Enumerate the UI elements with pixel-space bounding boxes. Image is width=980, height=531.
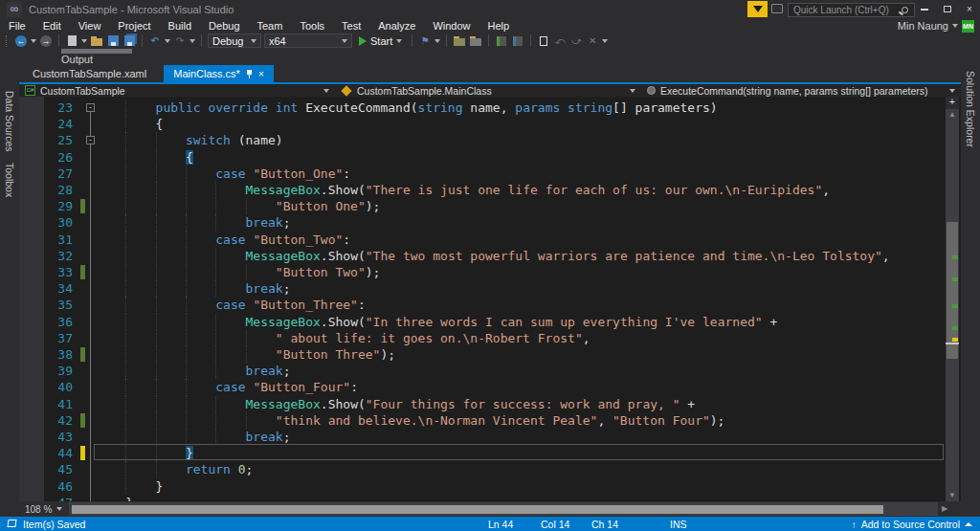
- code-line[interactable]: 39 break;: [19, 363, 961, 379]
- code-line[interactable]: 24 {: [19, 116, 961, 132]
- sidebar-tab-toolbox[interactable]: Toolbox: [4, 163, 15, 197]
- menu-item-help[interactable]: Help: [479, 20, 519, 32]
- code-line[interactable]: 27 case "Button_One":: [19, 166, 961, 182]
- menu-item-test[interactable]: Test: [333, 20, 369, 32]
- output-tab[interactable]: Output: [61, 54, 93, 65]
- tab-mainclass-cs[interactable]: MainClass.cs* ×: [164, 65, 274, 82]
- code-line[interactable]: 35 case "Button_Three":: [19, 297, 961, 313]
- code-viewport[interactable]: 23- public override int ExecuteCommand(s…: [19, 97, 961, 501]
- solution-platforms-select[interactable]: x64: [264, 33, 352, 48]
- code-line[interactable]: 36 MessageBox.Show("In three words I can…: [19, 314, 961, 330]
- menu-item-debug[interactable]: Debug: [200, 20, 248, 32]
- uncomment-icon[interactable]: [511, 34, 524, 48]
- code-line[interactable]: 43 break;: [19, 429, 961, 445]
- navigate-backward-icon[interactable]: ←: [14, 34, 28, 48]
- menu-item-tools[interactable]: Tools: [291, 20, 333, 32]
- csharp-project-icon: C#: [25, 85, 35, 96]
- vertical-scrollbar[interactable]: + ▲ ▼: [946, 97, 959, 501]
- pin-icon[interactable]: [246, 70, 253, 78]
- restore-button[interactable]: [939, 2, 956, 16]
- filter-icon[interactable]: [747, 1, 768, 17]
- code-line[interactable]: 41 MessageBox.Show("Four things for succ…: [19, 396, 961, 412]
- bookmark-icon[interactable]: [537, 34, 550, 48]
- add-to-source-control-button[interactable]: ↑ Add to Source Control: [852, 519, 972, 530]
- redo-dropdown-icon[interactable]: [189, 39, 195, 43]
- code-line[interactable]: 45 return 0;: [19, 461, 961, 477]
- navigate-forward-icon[interactable]: →: [39, 34, 53, 48]
- tab-customtabsample-xaml[interactable]: CustomTabSample.xaml: [23, 65, 156, 82]
- status-column[interactable]: Col 14: [541, 519, 569, 530]
- code-line[interactable]: 30 break;: [19, 214, 961, 231]
- menu-item-window[interactable]: Window: [424, 20, 479, 32]
- code-line[interactable]: 23- public override int ExecuteCommand(s…: [19, 100, 961, 116]
- code-line[interactable]: 42 "think and believe.\n-Norman Vincent …: [19, 412, 961, 429]
- scroll-down-icon[interactable]: ▼: [946, 490, 959, 501]
- splitter-handle[interactable]: +: [946, 97, 959, 109]
- code-line[interactable]: 34 break;: [19, 280, 961, 297]
- user-account[interactable]: Min Naung MN: [898, 19, 974, 33]
- zoom-select[interactable]: 108 %: [21, 502, 75, 516]
- code-line[interactable]: 31 case "Button_Two":: [19, 232, 961, 248]
- open-file-icon[interactable]: [90, 34, 103, 48]
- status-line[interactable]: Ln 44: [488, 519, 513, 530]
- previous-bookmark-icon[interactable]: ⤺: [553, 34, 567, 48]
- redo-icon[interactable]: ↷: [173, 34, 187, 48]
- save-all-icon[interactable]: [122, 34, 136, 48]
- menu-item-view[interactable]: View: [70, 20, 110, 32]
- feedback-icon[interactable]: [771, 4, 783, 13]
- menu-item-edit[interactable]: Edit: [34, 20, 70, 32]
- comment-icon[interactable]: [495, 34, 508, 48]
- next-bookmark-icon[interactable]: ⤻: [569, 34, 583, 48]
- new-item-dropdown-icon[interactable]: [81, 39, 87, 43]
- code-line[interactable]: 28 MessageBox.Show("There is just one li…: [19, 182, 961, 198]
- scroll-up-icon[interactable]: ▲: [946, 109, 959, 121]
- new-folder-icon[interactable]: [453, 34, 466, 48]
- toolbar-options-icon[interactable]: [434, 39, 440, 43]
- menu-item-analyze[interactable]: Analyze: [369, 20, 424, 32]
- code-line[interactable]: 38 "Button Three");: [19, 346, 961, 363]
- change-tracking-mark: [80, 199, 85, 213]
- code-line[interactable]: 26 {: [19, 149, 961, 166]
- type-dropdown[interactable]: CustomTabSample.MainClass: [335, 84, 641, 97]
- code-line[interactable]: 40 case "Button_Four":: [19, 379, 961, 395]
- code-line[interactable]: 25- switch (name): [19, 132, 961, 148]
- menu-item-build[interactable]: Build: [160, 20, 200, 32]
- code-line[interactable]: 33 "Button Two");: [19, 264, 961, 280]
- start-button[interactable]: Start: [355, 35, 406, 47]
- status-insert-mode[interactable]: INS: [670, 519, 687, 530]
- status-character[interactable]: Ch 14: [591, 519, 618, 530]
- sidebar-tab-data-sources[interactable]: Data Sources: [4, 91, 15, 152]
- code-line[interactable]: 32 MessageBox.Show("The two most powerfu…: [19, 248, 961, 264]
- code-line[interactable]: 47 }: [19, 495, 961, 501]
- code-line[interactable]: 46 }: [19, 478, 961, 495]
- solution-configurations-select[interactable]: Debug: [208, 33, 261, 48]
- toolbar-grip[interactable]: [6, 35, 10, 47]
- menu-item-file[interactable]: File: [0, 20, 34, 32]
- close-button[interactable]: ×: [961, 2, 978, 16]
- properties-icon[interactable]: [469, 34, 482, 48]
- project-dropdown[interactable]: C# CustomTabSample: [19, 84, 335, 97]
- save-icon[interactable]: [106, 34, 120, 48]
- code-line[interactable]: 29 "Button One");: [19, 198, 961, 214]
- quick-launch-input[interactable]: Quick Launch (Ctrl+Q): [788, 3, 915, 17]
- minimize-button[interactable]: [916, 2, 933, 16]
- clear-bookmarks-icon[interactable]: ✕: [586, 34, 599, 48]
- menu-item-team[interactable]: Team: [249, 20, 292, 32]
- menu-item-project[interactable]: Project: [109, 20, 159, 32]
- navigate-backward-dropdown-icon[interactable]: [31, 39, 36, 43]
- line-number: 45: [44, 461, 73, 477]
- toolbar-overflow-icon[interactable]: [602, 39, 608, 43]
- line-number: 40: [44, 379, 73, 395]
- find-in-files-icon[interactable]: ⚑: [418, 34, 432, 48]
- code-line[interactable]: 37 " about life: it goes on.\n-Robert Fr…: [19, 330, 961, 346]
- undo-icon[interactable]: ↶: [148, 34, 162, 48]
- collapse-region-icon[interactable]: -: [86, 136, 95, 144]
- member-dropdown[interactable]: ExecuteCommand(string name, params strin…: [641, 84, 961, 97]
- undo-dropdown-icon[interactable]: [165, 39, 170, 43]
- horizontal-scrollbar-thumb[interactable]: [72, 505, 883, 514]
- collapse-region-icon[interactable]: -: [86, 103, 95, 112]
- new-item-icon[interactable]: [65, 34, 78, 48]
- sidebar-tab-solution-explorer[interactable]: Solution Explorer: [965, 71, 976, 147]
- scroll-right-icon[interactable]: ▶: [940, 503, 949, 515]
- close-tab-icon[interactable]: ×: [258, 69, 264, 79]
